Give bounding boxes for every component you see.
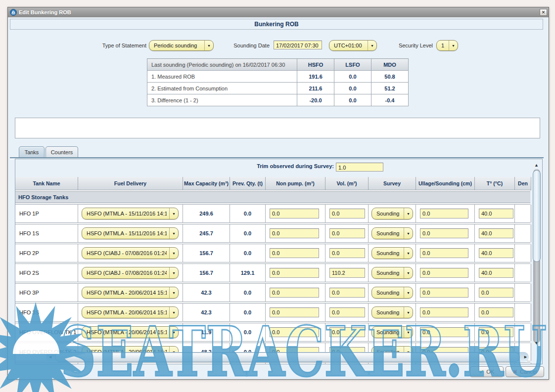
page-title: Bunkering ROB — [10, 19, 543, 30]
prev-qty-value: 0.0 — [230, 304, 266, 321]
trim-observed-input[interactable]: 1.0 — [336, 163, 383, 172]
tank-name: HFO OVERFLOW TK 1 — [19, 329, 76, 335]
temperature-input[interactable]: 40.0 — [479, 268, 513, 278]
close-button[interactable]: ✕ — [540, 9, 547, 16]
dropdown-arrow-icon: ▼ — [169, 267, 178, 278]
tank-name: HFO 1S — [19, 230, 39, 236]
density-cell — [515, 244, 531, 262]
prev-qty-value: 0.0 — [230, 284, 266, 302]
ullage-sounding-input[interactable]: 0.0 — [420, 228, 468, 238]
survey-select[interactable]: Sounding ▼ — [371, 227, 413, 239]
dialog-body: Bunkering ROB Type of Statement Periodic… — [8, 17, 548, 379]
vol-input[interactable]: 0.0 — [329, 228, 365, 238]
survey-select[interactable]: Sounding ▼ — [371, 208, 413, 219]
sounding-date-input[interactable]: 17/02/2017 07:30 — [274, 41, 322, 49]
non-pump-input[interactable]: 0.0 — [270, 248, 319, 258]
survey-select[interactable]: Sounding ▼ — [371, 287, 413, 299]
fuel-delivery-select[interactable]: HSFO (MTMLA - 20/06/2014 15:15) ▼ — [82, 306, 179, 318]
ullage-sounding-input[interactable]: 0.0 — [420, 327, 468, 337]
dropdown-arrow-icon: ▼ — [368, 41, 376, 50]
non-pump-input[interactable]: 0.0 — [270, 228, 319, 238]
vol-input[interactable]: 0.0 — [329, 288, 365, 298]
tab-tanks[interactable]: Tanks — [19, 146, 45, 157]
section-header-row: HFO Storage Tanks — [15, 191, 530, 203]
type-of-statement-select[interactable]: Periodic sounding ▼ — [149, 40, 214, 51]
non-pump-input[interactable]: 0.0 — [270, 209, 319, 218]
density-cell — [515, 284, 531, 302]
tank-name: HFO 2S — [19, 270, 39, 276]
ok-button[interactable]: ✔ OK — [470, 366, 504, 377]
timezone-value: UTC+01:00 — [334, 43, 365, 48]
prev-qty-value: 0.0 — [230, 205, 266, 222]
prev-qty-value: 129.1 — [230, 264, 266, 282]
temperature-input[interactable]: 0.0 — [479, 307, 513, 317]
survey-select[interactable]: Sounding ▼ — [371, 306, 413, 318]
summary-value: 51.2 — [371, 83, 409, 94]
table-row: ▼ ▼ — [15, 362, 530, 364]
summary-value: 0.0 — [334, 83, 371, 94]
temperature-input[interactable]: 0.0 — [479, 288, 513, 298]
remarks-textarea[interactable] — [15, 118, 540, 138]
summary-row-label: 2. Estimated from Consumption — [147, 83, 297, 94]
vertical-scrollbar[interactable]: ▲ ▼ — [532, 162, 542, 349]
ullage-sounding-input[interactable]: 0.0 — [420, 209, 468, 218]
summary-value: -0.4 — [371, 94, 409, 106]
ullage-sounding-input[interactable]: 0.0 — [420, 288, 468, 298]
vol-input[interactable]: 0.0 — [329, 307, 365, 317]
non-pump-input[interactable]: 0.0 — [270, 288, 319, 298]
temperature-input[interactable]: 40.0 — [479, 209, 513, 218]
prev-qty-value: 0.0 — [230, 244, 266, 262]
cancel-button[interactable]: ✖ Cancel — [506, 366, 544, 377]
tank-name: HFO 2P — [19, 250, 39, 256]
vol-input[interactable]: 0.0 — [329, 248, 365, 258]
ullage-sounding-input[interactable]: 0.0 — [420, 268, 468, 278]
ullage-sounding-input[interactable]: 0.0 — [420, 248, 468, 258]
max-capacity-value: 249.6 — [183, 205, 230, 222]
fuel-delivery-select[interactable]: HSFO (MTMLA - 20/06/2014 15:15) ▼ — [82, 287, 179, 299]
ullage-sounding-input[interactable]: 0.0 — [420, 307, 468, 317]
survey-select[interactable]: Sounding ▼ — [371, 326, 413, 338]
prev-qty-value: 0.0 — [230, 323, 266, 341]
scroll-right-icon[interactable]: ► — [523, 355, 528, 359]
temperature-input[interactable]: 40.0 — [479, 228, 513, 238]
scroll-left-icon[interactable]: ◄ — [48, 355, 52, 359]
fuel-delivery-select[interactable]: HSFO (MTMLA - 20/06/2014 15:15) ▼ — [82, 326, 179, 338]
vertical-scrollbar-thumb[interactable] — [533, 170, 541, 262]
fuel-delivery-value: HSFO (CIABJ - 07/08/2016 01:24) — [87, 250, 167, 256]
non-pump-input[interactable]: 0.0 — [270, 307, 319, 317]
type-of-statement-label: Type of Statement — [83, 40, 146, 51]
table-row: HFO 3P HSFO (MTMLA - 20/06/2014 15:15) ▼… — [15, 283, 530, 302]
fuel-delivery-select[interactable]: HSFO (MTMLA - 15/11/2016 14:10) ▼ — [82, 208, 179, 219]
timezone-select[interactable]: UTC+01:00 ▼ — [329, 40, 377, 51]
vol-input[interactable]: 110.2 — [329, 268, 365, 278]
scroll-up-icon[interactable]: ▲ — [534, 163, 539, 168]
dropdown-arrow-icon: ▼ — [404, 307, 413, 318]
survey-value: Sounding — [376, 230, 401, 236]
vol-input[interactable]: 0.0 — [329, 327, 365, 337]
tanks-table-header: Tank Name Fuel Delivery Max Capacity (m³… — [15, 177, 530, 190]
tab-counters[interactable]: Counters — [46, 146, 78, 157]
dropdown-arrow-icon: ▼ — [404, 248, 413, 259]
non-pump-input[interactable]: 0.0 — [270, 268, 319, 278]
non-pump-input[interactable]: 0.0 — [270, 327, 319, 337]
temperature-input[interactable]: 0.0 — [479, 327, 513, 337]
summary-value: 50.8 — [371, 71, 409, 83]
horizontal-scrollbar-thumb[interactable] — [55, 352, 520, 362]
trim-observed-label: Trim observed during Survey: — [205, 163, 334, 169]
section-header-label: HFO Storage Tanks — [15, 192, 531, 203]
tanks-tab-panel: Trim observed during Survey: 1.0 Tank Na… — [15, 159, 543, 364]
survey-select[interactable]: Sounding ▼ — [371, 267, 413, 279]
vol-input[interactable]: 0.0 — [329, 209, 365, 218]
security-level-value: 1 — [441, 43, 446, 48]
fuel-delivery-select[interactable]: HSFO (MTMLA - 15/11/2016 14:10) ▼ — [82, 227, 179, 239]
fuel-delivery-value: HSFO (CIABJ - 07/08/2016 01:24) — [87, 270, 167, 276]
scroll-down-icon[interactable]: ▼ — [534, 341, 539, 346]
ok-button-label: OK — [486, 369, 494, 375]
survey-select[interactable]: Sounding ▼ — [371, 247, 413, 259]
sailboat-app-icon — [10, 9, 17, 16]
fuel-delivery-select[interactable]: HSFO (CIABJ - 07/08/2016 01:24) ▼ — [82, 267, 179, 279]
dialog-titlebar[interactable]: Edit Bunkering ROB ✕ — [8, 7, 549, 17]
security-level-select[interactable]: 1 ▼ — [436, 40, 458, 51]
fuel-delivery-select[interactable]: HSFO (CIABJ - 07/08/2016 01:24) ▼ — [82, 247, 179, 259]
temperature-input[interactable]: 40.0 — [479, 248, 513, 258]
